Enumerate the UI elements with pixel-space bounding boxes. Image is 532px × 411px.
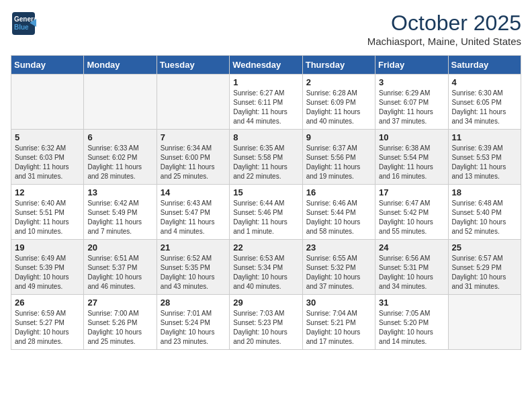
calendar-cell: 10Sunrise: 6:38 AM Sunset: 5:54 PM Dayli…	[375, 130, 448, 185]
day-number: 17	[379, 187, 444, 197]
calendar-cell: 20Sunrise: 6:51 AM Sunset: 5:37 PM Dayli…	[84, 240, 157, 295]
calendar-cell: 6Sunrise: 6:33 AM Sunset: 6:02 PM Daylig…	[84, 130, 157, 185]
calendar-cell: 30Sunrise: 7:04 AM Sunset: 5:21 PM Dayli…	[302, 295, 375, 350]
day-number: 20	[87, 242, 152, 253]
day-info: Sunrise: 6:55 AM Sunset: 5:32 PM Dayligh…	[306, 254, 371, 291]
calendar-cell: 27Sunrise: 7:00 AM Sunset: 5:26 PM Dayli…	[84, 295, 157, 350]
calendar-cell: 8Sunrise: 6:35 AM Sunset: 5:58 PM Daylig…	[230, 130, 302, 185]
weekday-header-sunday: Sunday	[11, 56, 84, 75]
day-info: Sunrise: 6:57 AM Sunset: 5:29 PM Dayligh…	[452, 254, 517, 291]
day-info: Sunrise: 6:59 AM Sunset: 5:27 PM Dayligh…	[15, 309, 80, 347]
day-info: Sunrise: 6:37 AM Sunset: 5:56 PM Dayligh…	[306, 144, 371, 181]
weekday-header-thursday: Thursday	[302, 56, 375, 75]
calendar-cell: 17Sunrise: 6:47 AM Sunset: 5:42 PM Dayli…	[375, 185, 448, 240]
week-row-2: 5Sunrise: 6:32 AM Sunset: 6:03 PM Daylig…	[11, 130, 521, 185]
day-number: 7	[161, 132, 226, 142]
day-number: 11	[452, 132, 517, 142]
day-number: 21	[161, 242, 226, 253]
calendar-cell: 5Sunrise: 6:32 AM Sunset: 6:03 PM Daylig…	[11, 130, 84, 185]
logo: General Blue	[11, 11, 36, 36]
day-number: 29	[233, 298, 298, 308]
day-number: 23	[306, 242, 371, 253]
day-number: 13	[87, 187, 152, 197]
day-info: Sunrise: 6:33 AM Sunset: 6:02 PM Dayligh…	[87, 144, 152, 181]
calendar-cell: 25Sunrise: 6:57 AM Sunset: 5:29 PM Dayli…	[448, 240, 521, 295]
day-info: Sunrise: 6:42 AM Sunset: 5:49 PM Dayligh…	[87, 199, 152, 236]
day-number: 26	[15, 298, 80, 308]
calendar-cell: 22Sunrise: 6:53 AM Sunset: 5:34 PM Dayli…	[230, 240, 302, 295]
calendar-cell: 13Sunrise: 6:42 AM Sunset: 5:49 PM Dayli…	[84, 185, 157, 240]
weekday-header-row: SundayMondayTuesdayWednesdayThursdayFrid…	[11, 56, 521, 75]
day-info: Sunrise: 6:39 AM Sunset: 5:53 PM Dayligh…	[452, 144, 517, 181]
week-row-1: 1Sunrise: 6:27 AM Sunset: 6:11 PM Daylig…	[11, 75, 521, 130]
week-row-3: 12Sunrise: 6:40 AM Sunset: 5:51 PM Dayli…	[11, 185, 521, 240]
day-info: Sunrise: 6:38 AM Sunset: 5:54 PM Dayligh…	[379, 144, 444, 181]
weekday-header-friday: Friday	[375, 56, 448, 75]
day-info: Sunrise: 6:53 AM Sunset: 5:34 PM Dayligh…	[233, 254, 298, 291]
day-number: 22	[233, 242, 298, 253]
page-header: General Blue October 2025 Machiasport, M…	[11, 11, 521, 47]
day-number: 25	[452, 242, 517, 253]
calendar-cell: 4Sunrise: 6:30 AM Sunset: 6:05 PM Daylig…	[448, 75, 521, 130]
day-number: 5	[15, 132, 80, 142]
calendar-cell: 11Sunrise: 6:39 AM Sunset: 5:53 PM Dayli…	[448, 130, 521, 185]
day-info: Sunrise: 6:49 AM Sunset: 5:39 PM Dayligh…	[15, 254, 80, 291]
calendar-cell: 19Sunrise: 6:49 AM Sunset: 5:39 PM Dayli…	[11, 240, 84, 295]
day-number: 24	[379, 242, 444, 253]
day-info: Sunrise: 6:44 AM Sunset: 5:46 PM Dayligh…	[233, 199, 298, 236]
month-title: October 2025	[367, 11, 521, 36]
calendar-table: SundayMondayTuesdayWednesdayThursdayFrid…	[11, 55, 521, 350]
weekday-header-monday: Monday	[84, 56, 157, 75]
calendar-cell	[448, 295, 521, 350]
day-info: Sunrise: 6:35 AM Sunset: 5:58 PM Dayligh…	[233, 144, 298, 181]
day-number: 9	[306, 132, 371, 142]
day-info: Sunrise: 6:32 AM Sunset: 6:03 PM Dayligh…	[15, 144, 80, 181]
calendar-cell: 26Sunrise: 6:59 AM Sunset: 5:27 PM Dayli…	[11, 295, 84, 350]
weekday-header-wednesday: Wednesday	[230, 56, 302, 75]
day-info: Sunrise: 6:40 AM Sunset: 5:51 PM Dayligh…	[15, 199, 80, 236]
day-info: Sunrise: 6:56 AM Sunset: 5:31 PM Dayligh…	[379, 254, 444, 291]
day-info: Sunrise: 6:27 AM Sunset: 6:11 PM Dayligh…	[233, 89, 298, 126]
day-info: Sunrise: 6:48 AM Sunset: 5:40 PM Dayligh…	[452, 199, 517, 236]
calendar-cell: 2Sunrise: 6:28 AM Sunset: 6:09 PM Daylig…	[302, 75, 375, 130]
day-info: Sunrise: 6:29 AM Sunset: 6:07 PM Dayligh…	[379, 89, 444, 126]
day-info: Sunrise: 6:43 AM Sunset: 5:47 PM Dayligh…	[161, 199, 226, 236]
calendar-cell: 9Sunrise: 6:37 AM Sunset: 5:56 PM Daylig…	[302, 130, 375, 185]
day-number: 3	[379, 77, 444, 87]
day-info: Sunrise: 6:46 AM Sunset: 5:44 PM Dayligh…	[306, 199, 371, 236]
logo-icon: General Blue	[11, 11, 36, 36]
svg-text:Blue: Blue	[14, 24, 29, 31]
calendar-cell: 12Sunrise: 6:40 AM Sunset: 5:51 PM Dayli…	[11, 185, 84, 240]
day-number: 16	[306, 187, 371, 197]
day-number: 14	[161, 187, 226, 197]
day-number: 15	[233, 187, 298, 197]
day-info: Sunrise: 6:51 AM Sunset: 5:37 PM Dayligh…	[87, 254, 152, 291]
day-number: 8	[233, 132, 298, 142]
day-number: 2	[306, 77, 371, 87]
day-info: Sunrise: 6:28 AM Sunset: 6:09 PM Dayligh…	[306, 89, 371, 126]
day-info: Sunrise: 7:00 AM Sunset: 5:26 PM Dayligh…	[87, 309, 152, 347]
day-info: Sunrise: 7:04 AM Sunset: 5:21 PM Dayligh…	[306, 309, 371, 347]
day-number: 1	[233, 77, 298, 87]
calendar-cell: 7Sunrise: 6:34 AM Sunset: 6:00 PM Daylig…	[157, 130, 229, 185]
calendar-cell: 14Sunrise: 6:43 AM Sunset: 5:47 PM Dayli…	[157, 185, 229, 240]
calendar-cell: 1Sunrise: 6:27 AM Sunset: 6:11 PM Daylig…	[230, 75, 302, 130]
calendar-cell: 28Sunrise: 7:01 AM Sunset: 5:24 PM Dayli…	[157, 295, 229, 350]
day-info: Sunrise: 6:52 AM Sunset: 5:35 PM Dayligh…	[161, 254, 226, 291]
calendar-cell: 3Sunrise: 6:29 AM Sunset: 6:07 PM Daylig…	[375, 75, 448, 130]
day-number: 27	[87, 298, 152, 308]
title-block: October 2025 Machiasport, Maine, United …	[367, 11, 521, 47]
day-number: 18	[452, 187, 517, 197]
calendar-cell: 31Sunrise: 7:05 AM Sunset: 5:20 PM Dayli…	[375, 295, 448, 350]
calendar-cell	[84, 75, 157, 130]
calendar-cell: 29Sunrise: 7:03 AM Sunset: 5:23 PM Dayli…	[230, 295, 302, 350]
calendar-cell: 23Sunrise: 6:55 AM Sunset: 5:32 PM Dayli…	[302, 240, 375, 295]
day-number: 6	[87, 132, 152, 142]
week-row-4: 19Sunrise: 6:49 AM Sunset: 5:39 PM Dayli…	[11, 240, 521, 295]
day-number: 31	[379, 298, 444, 308]
day-number: 12	[15, 187, 80, 197]
day-number: 4	[452, 77, 517, 87]
day-info: Sunrise: 7:03 AM Sunset: 5:23 PM Dayligh…	[233, 309, 298, 347]
day-info: Sunrise: 6:47 AM Sunset: 5:42 PM Dayligh…	[379, 199, 444, 236]
calendar-cell: 21Sunrise: 6:52 AM Sunset: 5:35 PM Dayli…	[157, 240, 229, 295]
